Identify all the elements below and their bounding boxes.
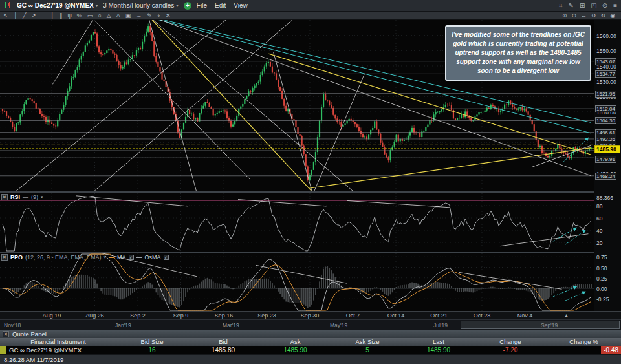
bid-value: 1485.80	[188, 346, 259, 354]
ppo-title: PPO	[10, 254, 23, 261]
price-axis[interactable]: 1560.001550.001540.001530.001520.001510.…	[594, 20, 621, 311]
ask-size-value: 5	[332, 346, 403, 354]
pin-icon[interactable]: ⊙	[602, 2, 607, 10]
eraser-icon[interactable]: ✕	[166, 12, 171, 19]
last-price-tag: 1485.90	[594, 145, 620, 153]
price-level-tag: 1504.30	[595, 117, 616, 124]
close-quote-panel-icon[interactable]: ✕	[3, 331, 9, 337]
text-icon[interactable]: A	[116, 12, 120, 19]
fib-retracement-icon[interactable]: %	[77, 12, 82, 19]
close-ppo-icon[interactable]: ✕	[1, 254, 8, 261]
pitchfork-icon[interactable]: ψ	[67, 12, 71, 19]
ray-icon[interactable]: ↗	[31, 12, 36, 19]
vertical-line-icon[interactable]: │	[50, 12, 54, 19]
close-rsi-icon[interactable]: ✕	[1, 194, 8, 200]
column-header[interactable]: Bid	[188, 338, 259, 346]
ask-value: 1485.90	[259, 346, 332, 354]
cursor-icon[interactable]: ↖	[3, 12, 8, 19]
horizontal-line-icon[interactable]: ─	[41, 12, 45, 19]
menubar: GC ∞ Dec27'19 @NYMEX▾ 3 Months/Hourly ca…	[0, 0, 621, 12]
rsi-axis-label: 20	[596, 240, 602, 246]
column-header[interactable]: Ask Size	[332, 338, 403, 346]
rsi-pane-header: ✕ RSI — (9) ▾	[1, 194, 43, 200]
menubar-right-icons: ⌗✎⊞◰	[559, 2, 597, 10]
drawing-icon[interactable]: ✎	[569, 2, 574, 10]
callout-icon[interactable]: ▣	[125, 12, 131, 19]
redo-icon[interactable]: ↻	[601, 12, 606, 19]
expand-icon[interactable]: ◰	[591, 2, 596, 10]
column-header[interactable]: Change %	[547, 338, 621, 346]
ellipse-icon[interactable]: ○	[98, 12, 101, 19]
menu-icon[interactable]: ≡	[613, 2, 617, 10]
arrow-marker-icon[interactable]: →	[136, 12, 142, 19]
rsi-line-legend: —	[23, 194, 28, 200]
nav-label: Sep'19	[541, 322, 558, 328]
zoom-in-icon[interactable]: ⊕	[562, 12, 567, 19]
pan-icon[interactable]: ↔	[581, 12, 587, 19]
jump-latest-icon[interactable]: ▲	[564, 313, 569, 317]
rsi-param: (9)	[31, 194, 38, 200]
osma-checkbox[interactable]: ✓	[164, 255, 169, 260]
last-value: 1485.90	[403, 346, 474, 354]
chart-logo-icon	[4, 1, 12, 10]
date-label: Sep 23	[257, 312, 276, 319]
nav-label: Jul'19	[433, 322, 448, 328]
column-header[interactable]: Bid Size	[116, 338, 188, 346]
brush-icon[interactable]: ✎	[147, 12, 152, 19]
menu-edit[interactable]: Edit	[215, 2, 226, 9]
osma-label: OsMA	[145, 254, 161, 261]
symbol-label: GC ∞ Dec27'19 @NYMEX	[17, 2, 94, 9]
menu-view[interactable]: View	[234, 2, 248, 9]
ppo-param: (12, 26, 9 - EMA, EMA, EMA)	[25, 254, 102, 261]
price-level-tag: 1512.04	[595, 105, 616, 112]
price-level-tag: 1534.77	[595, 70, 616, 78]
ppo-pane-header: ✕ PPO (12, 26, 9 - EMA, EMA, EMA) ▾ — MA…	[1, 254, 169, 261]
ppo-axis-label: 0.25	[596, 275, 607, 282]
crosshair-icon[interactable]: ┼	[14, 12, 17, 19]
rsi-settings-caret[interactable]: ▾	[41, 195, 43, 200]
ppo-settings-caret[interactable]: ▾	[104, 255, 107, 260]
quote-row[interactable]: GC ∞ Dec27'19 @NYMEX 16 1485.80 1485.90 …	[0, 346, 621, 354]
change-value: -7.20	[474, 346, 547, 354]
rectangle-icon[interactable]: ▭	[87, 12, 93, 19]
undo-icon[interactable]: ↺	[591, 12, 596, 19]
price-level-tag: 1479.91	[595, 156, 616, 163]
rsi-axis-label: 40	[596, 228, 602, 234]
rsi-axis-label: 60	[596, 215, 602, 222]
zoom-out-icon[interactable]: ⊖	[572, 12, 577, 19]
column-header[interactable]: Ask	[259, 338, 332, 346]
navigator-thumb[interactable]	[461, 321, 620, 329]
annotation-note[interactable]: I've modified some of the trendlines on …	[445, 25, 591, 81]
ma-label: MA	[117, 254, 126, 261]
date-label: Oct 7	[346, 312, 360, 319]
nav-label: May'19	[330, 322, 347, 328]
instrument-name: GC ∞ Dec27'19 @NYMEX	[9, 346, 82, 354]
menubar-window-icons: ⊙≡	[602, 2, 617, 10]
timeframe-selector[interactable]: 3 Months/Hourly candles▾	[103, 2, 179, 9]
column-header[interactable]: Last	[403, 338, 474, 346]
ma-checkbox[interactable]: ✓	[129, 255, 134, 260]
price-level-tag: 1521.95	[595, 91, 616, 98]
snapshot-icon[interactable]: ◉	[610, 12, 615, 19]
menu-file[interactable]: File	[197, 2, 207, 9]
parallel-channel-icon[interactable]: ∥	[60, 12, 63, 19]
column-header[interactable]: Change	[474, 338, 547, 346]
date-label: Nov 4	[518, 312, 533, 319]
navigator[interactable]: Nov'18Jan'19Mar'19May'19Jul'19Sep'19	[0, 319, 621, 330]
date-axis[interactable]: ▲ Aug 19Aug 26Sep 2Sep 9Sep 16Sep 23Sep …	[0, 311, 621, 319]
price-label: 1560.00	[596, 33, 616, 39]
price-level-tag: 1468.24	[595, 173, 616, 180]
layout-grid-icon[interactable]: ⊞	[580, 2, 585, 10]
date-label: Oct 28	[474, 312, 491, 319]
change-percent-cell: -0.48	[547, 346, 621, 354]
price-level-tag: 1543.07	[595, 58, 616, 65]
date-label: Oct 21	[430, 312, 448, 319]
trendline-icon[interactable]: ╱	[23, 12, 26, 19]
column-header[interactable]: Financial Instrument	[0, 338, 116, 346]
chart-settings-icon[interactable]: ⌗	[559, 2, 563, 10]
add-chart-button[interactable]: +	[184, 2, 191, 10]
ppo-axis-label: 0.50	[596, 265, 607, 272]
symbol-selector[interactable]: GC ∞ Dec27'19 @NYMEX▾	[17, 2, 98, 9]
triangle-icon[interactable]: △	[107, 12, 111, 19]
measure-icon[interactable]: ⌖	[157, 12, 160, 19]
